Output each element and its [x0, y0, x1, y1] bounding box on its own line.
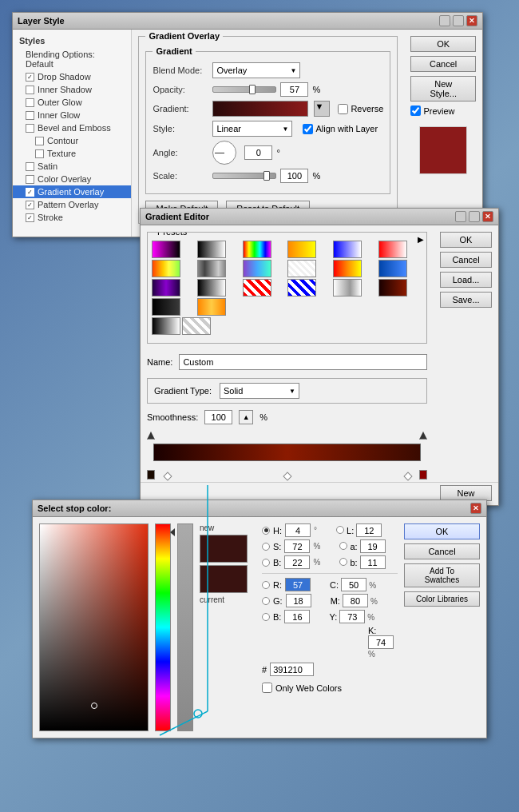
color-overlay-checkbox[interactable] — [26, 175, 34, 184]
smoothness-stepper[interactable]: ▲ — [239, 410, 253, 424]
presets-arrow[interactable]: ▶ — [418, 235, 424, 244]
scale-slider[interactable] — [212, 173, 276, 179]
reverse-checkbox[interactable] — [338, 104, 348, 114]
g-radio[interactable] — [262, 597, 270, 605]
maximize-btn[interactable] — [453, 15, 464, 26]
gradient-type-dropdown[interactable]: Solid ▼ — [220, 383, 299, 399]
style-item-inner-shadow[interactable]: Inner Shadow — [13, 83, 131, 96]
preset-9[interactable] — [243, 260, 271, 277]
r-radio[interactable] — [262, 581, 270, 589]
ge-close-btn[interactable]: ✕ — [482, 211, 493, 222]
preset-3[interactable] — [243, 241, 271, 258]
preset-18[interactable] — [378, 279, 407, 297]
y-input[interactable] — [339, 610, 365, 623]
l-radio[interactable] — [336, 526, 344, 534]
style-item-drop-shadow[interactable]: Drop Shadow — [13, 70, 131, 83]
inner-shadow-checkbox[interactable] — [26, 86, 34, 94]
preset-4[interactable] — [287, 241, 316, 258]
ge-load-button[interactable]: Load... — [440, 272, 492, 288]
preset-12[interactable] — [378, 260, 407, 277]
alpha-slider[interactable] — [177, 523, 193, 731]
b2-input[interactable] — [360, 555, 386, 569]
preset-19[interactable] — [152, 298, 180, 316]
gradient-bar[interactable] — [153, 444, 421, 461]
scale-thumb[interactable] — [263, 171, 270, 181]
ge-ok-button[interactable]: OK — [440, 232, 492, 248]
a-radio[interactable] — [339, 542, 347, 550]
a-input[interactable] — [360, 539, 386, 553]
style-item-contour[interactable]: Contour — [13, 134, 131, 147]
style-item-outer-glow[interactable]: Outer Glow — [13, 96, 131, 109]
style-item-inner-glow[interactable]: Inner Glow — [13, 109, 131, 121]
m-input[interactable] — [343, 594, 368, 607]
b-input[interactable] — [284, 555, 310, 569]
only-web-checkbox[interactable] — [262, 683, 272, 693]
preset-r2-2[interactable] — [182, 317, 211, 335]
bevel-checkbox[interactable] — [26, 124, 34, 133]
style-item-satin[interactable]: Satin — [13, 160, 131, 173]
align-layer-checkbox[interactable] — [303, 124, 313, 134]
scale-input[interactable] — [280, 169, 308, 183]
l-input[interactable] — [356, 523, 382, 537]
stroke-checkbox[interactable] — [26, 213, 34, 222]
b3-input[interactable] — [284, 610, 310, 623]
blend-mode-dropdown[interactable]: Overlay ▼ — [212, 62, 300, 78]
b2-radio[interactable] — [339, 558, 347, 566]
add-to-swatches-button[interactable]: Add To Swatches — [404, 563, 480, 587]
ge-new-button[interactable]: New — [440, 485, 492, 501]
gradient-preview[interactable] — [212, 101, 308, 117]
color-stop-diamond-left[interactable] — [164, 473, 171, 480]
preset-10[interactable] — [287, 260, 316, 277]
color-stop-right[interactable] — [419, 470, 427, 480]
texture-checkbox[interactable] — [35, 149, 44, 158]
angle-dial[interactable] — [212, 141, 236, 165]
ge-save-button[interactable]: Save... — [440, 292, 492, 308]
preset-7[interactable] — [152, 260, 180, 277]
name-input[interactable] — [179, 354, 427, 370]
ok-button[interactable]: OK — [410, 36, 476, 52]
cp-cancel-button[interactable]: Cancel — [404, 543, 480, 559]
opacity-stop-right[interactable] — [419, 432, 427, 440]
b-radio[interactable] — [262, 559, 270, 567]
color-stop-mid[interactable] — [284, 473, 291, 480]
preset-1[interactable] — [152, 241, 180, 258]
style-item-bevel-emboss[interactable]: Bevel and Emboss — [13, 121, 131, 134]
preset-20[interactable] — [197, 298, 226, 316]
new-style-button[interactable]: New Style... — [410, 76, 476, 102]
preset-14[interactable] — [197, 279, 226, 297]
color-field[interactable] — [39, 523, 149, 731]
preset-17[interactable] — [333, 279, 362, 297]
g-input[interactable] — [286, 594, 311, 607]
color-stop-diamond-right[interactable] — [405, 473, 411, 480]
minimize-btn[interactable] — [439, 15, 450, 26]
h-radio[interactable] — [262, 527, 270, 535]
preset-16[interactable] — [287, 279, 316, 297]
ge-maximize-btn[interactable] — [469, 211, 480, 222]
b3-radio[interactable] — [262, 613, 270, 621]
r-input[interactable] — [285, 578, 311, 591]
style-item-gradient-overlay[interactable]: Gradient Overlay — [13, 185, 131, 198]
inner-glow-checkbox[interactable] — [26, 111, 34, 120]
opacity-input[interactable] — [280, 82, 308, 97]
style-item-pattern-overlay[interactable]: Pattern Overlay — [13, 198, 131, 211]
opacity-thumb[interactable] — [249, 85, 256, 94]
k-input[interactable] — [368, 635, 394, 649]
c-input[interactable] — [341, 578, 366, 591]
h-input[interactable] — [285, 523, 311, 537]
preset-15[interactable] — [243, 279, 271, 297]
style-dropdown[interactable]: Linear ▼ — [212, 121, 292, 137]
preset-8[interactable] — [197, 260, 226, 277]
preview-checkbox[interactable] — [410, 105, 421, 116]
preset-13[interactable] — [152, 279, 180, 297]
opacity-stop-left[interactable] — [147, 432, 155, 440]
hue-slider[interactable] — [155, 523, 171, 731]
cp-ok-button[interactable]: OK — [404, 523, 480, 539]
style-item-stroke[interactable]: Stroke — [13, 211, 131, 224]
preset-r2-1[interactable] — [152, 317, 180, 335]
satin-checkbox[interactable] — [26, 162, 34, 171]
color-stop-left[interactable] — [147, 470, 155, 480]
close-btn[interactable]: ✕ — [466, 15, 477, 26]
cp-close-btn[interactable]: ✕ — [470, 503, 481, 514]
preset-5[interactable] — [333, 241, 362, 258]
s-input[interactable] — [284, 539, 310, 553]
